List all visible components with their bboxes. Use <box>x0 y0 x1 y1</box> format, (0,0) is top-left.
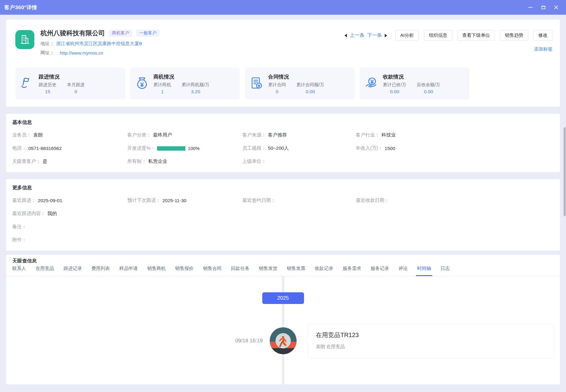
basic-info-card: 基本信息 业务员：袁朗 客户分类：最终用户 客户来源：客户推荐 客户行业：科技业… <box>6 114 560 172</box>
prev-record-link[interactable]: 上一条 <box>350 32 364 39</box>
ownership-label: 所有制： <box>127 158 146 165</box>
tianyancha-label: 天眼查客户： <box>12 158 41 165</box>
tab-receipts[interactable]: 收款记录 <box>315 266 333 276</box>
stat-value: 0.00 <box>306 89 315 94</box>
window-controls <box>527 4 562 10</box>
progress-bar: 100% <box>157 146 199 151</box>
stat-title: 收款情况 <box>383 73 440 80</box>
tab-follow-records[interactable]: 跟进记录 <box>64 266 82 276</box>
tab-expenses[interactable]: 费用列表 <box>91 266 110 276</box>
add-tag-link[interactable]: 添加标签 <box>534 46 553 52</box>
timeline-panel: 2025 09/18 16:19 在用竞品TR <box>6 276 560 384</box>
arrow-right-icon[interactable] <box>385 34 387 37</box>
phone-value: 0571-88316562 <box>29 146 62 151</box>
tab-quotes[interactable]: 销售报价 <box>175 266 194 276</box>
org-info-button[interactable]: 组织信息 <box>424 30 452 41</box>
address-link[interactable]: 浙江省杭州市滨江区滨康路中控信息大厦B <box>56 41 142 47</box>
stat-title: 商机情况 <box>153 73 210 80</box>
customer-tag-normal: 一般客户 <box>136 29 160 37</box>
stat-card-follow: 跟进情况 跟进历史15 本月跟进0 <box>15 67 125 99</box>
stat-value: 0.00 <box>390 89 399 94</box>
next-follow-label: 预计下次跟进： <box>127 197 161 204</box>
money-bag-icon <box>135 76 149 90</box>
contract-icon <box>250 76 264 90</box>
progress-fill <box>157 146 185 151</box>
stat-value: 0 <box>75 89 77 94</box>
category-label: 客户分类： <box>127 132 151 138</box>
tab-comments[interactable]: 评论 <box>399 266 408 276</box>
revenue-label: 年收入(万)： <box>356 145 383 152</box>
detail-tabs-card: 天眼查信息 联系人 在用竞品 跟进记录 费用列表 样品申请 销售商机 销售报价 … <box>6 255 560 384</box>
next-record-link[interactable]: 下一条 <box>367 32 382 39</box>
tab-contracts[interactable]: 销售合同 <box>203 266 221 276</box>
timeline-entry-title: 在用竞品TR123 <box>316 331 546 339</box>
timeline-entry-card[interactable]: 在用竞品TR123 袁朗 在用竞品 <box>308 324 555 358</box>
more-info-card: 更多信息 最近跟进：2025-09-01 预计下次跟进：2025-11-30 最… <box>6 179 560 251</box>
stat-title: 合同情况 <box>268 73 324 80</box>
ai-analysis-button[interactable]: AI分析 <box>395 30 419 41</box>
parent-unit-label: 上级单位： <box>242 158 266 165</box>
customer-tag-opportunity: 商机客户 <box>109 29 132 37</box>
tab-invoices[interactable]: 销售发票 <box>287 266 305 276</box>
revenue-value: 1500 <box>385 146 395 151</box>
stat-value: 1 <box>161 89 164 94</box>
vertical-scrollbar-thumb[interactable] <box>564 127 566 216</box>
maximize-button[interactable] <box>540 4 546 10</box>
tab-timeline[interactable]: 时间轴 <box>417 266 431 276</box>
minimize-icon <box>528 7 533 8</box>
last-sign-label: 最近签约日期： <box>242 197 276 204</box>
last-follow-value: 2025-09-01 <box>38 198 62 203</box>
stat-label: 累计合同额/万 <box>296 82 324 88</box>
tab-opportunities[interactable]: 销售商机 <box>147 266 166 276</box>
last-follow-label: 最近跟进： <box>12 197 36 204</box>
tab-service-needs[interactable]: 服务需求 <box>343 266 361 276</box>
follow-content-label: 最近跟进内容： <box>12 210 46 217</box>
tab-service-records[interactable]: 服务记录 <box>371 266 389 276</box>
website-label: 网址： <box>40 50 54 56</box>
attachment-label: 附件： <box>12 237 27 243</box>
window-titlebar: 客户360°详情 <box>0 0 566 15</box>
minimize-button[interactable] <box>527 4 533 10</box>
salesman-label: 业务员： <box>12 132 31 138</box>
tab-contacts[interactable]: 联系人 <box>12 266 26 276</box>
payment-hand-icon <box>364 76 379 90</box>
view-subunits-button[interactable]: 查看下级单位 <box>457 30 495 41</box>
stat-value: 0.00 <box>424 89 433 94</box>
arrow-left-icon[interactable] <box>345 34 347 37</box>
source-value: 客户推荐 <box>268 132 287 138</box>
last-receipt-label: 最近收款日期： <box>356 197 389 204</box>
remark-label: 备注： <box>12 224 27 230</box>
ownership-value: 私营企业 <box>148 158 167 165</box>
stat-card-opportunity: 商机情况 累计商机1 累计商机额/万3.20 <box>130 67 240 99</box>
tab-sample-requests[interactable]: 样品申请 <box>119 266 138 276</box>
follow-flag-icon <box>20 76 34 90</box>
stat-cards-row: 跟进情况 跟进历史15 本月跟进0 商机情况 累计商机1 累计商机额/万 <box>15 67 553 99</box>
company-name: 杭州八骏科技有限公司 <box>40 29 105 37</box>
tab-payment-tasks[interactable]: 回款任务 <box>231 266 249 276</box>
edit-button[interactable]: 修改 <box>533 30 553 41</box>
stat-label: 跟进历史 <box>39 82 56 88</box>
stat-label: 本月跟进 <box>67 82 85 88</box>
stat-card-payment: 收款情况 累计已收/万0.00 应收余额/万0.00 <box>360 67 469 99</box>
website-link[interactable]: http://www.mymos.cn <box>60 50 103 56</box>
tianyancha-heading: 天眼查信息 <box>12 258 554 263</box>
industry-value: 科技业 <box>382 132 396 138</box>
maximize-icon <box>541 6 545 9</box>
salesman-value: 袁朗 <box>33 132 43 138</box>
close-button[interactable] <box>553 4 559 10</box>
sales-trend-button[interactable]: 销售趋势 <box>500 30 528 41</box>
next-follow-value: 2025-11-30 <box>163 198 187 203</box>
tab-logs[interactable]: 日志 <box>441 266 450 276</box>
progress-percent: 100% <box>188 146 199 151</box>
company-avatar <box>15 30 34 49</box>
tab-shipments[interactable]: 销售发货 <box>259 266 277 276</box>
close-icon <box>554 5 558 10</box>
timeline-year-badge: 2025 <box>262 292 304 304</box>
stat-label: 应收余额/万 <box>417 82 441 88</box>
stat-label: 累计商机 <box>153 82 171 88</box>
address-row: 地址： 浙江省杭州市滨江区滨康路中控信息大厦B <box>40 41 345 47</box>
tab-competitors[interactable]: 在用竞品 <box>36 266 54 276</box>
timeline-entry-meta: 袁朗 在用竞品 <box>316 344 546 350</box>
record-nav: 上一条 下一条 <box>345 32 387 39</box>
timeline-entry-date: 09/18 16:19 <box>235 338 263 344</box>
